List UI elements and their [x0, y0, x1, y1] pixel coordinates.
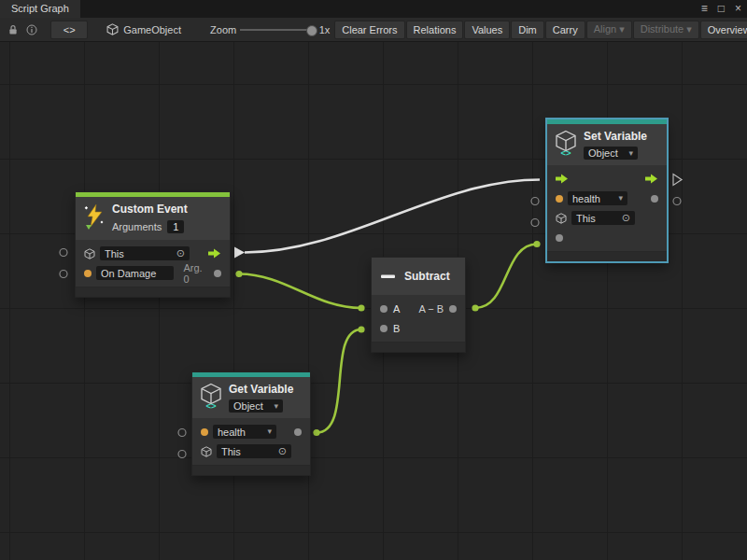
event-name-field[interactable]: On Damage [96, 266, 174, 280]
zoom-slider-handle[interactable] [306, 25, 317, 36]
input-b-port[interactable] [380, 325, 388, 332]
node-footer [76, 287, 230, 297]
target-picker-icon[interactable]: ⊙ [622, 213, 630, 223]
variable-cube-icon: <> [200, 382, 222, 410]
node-header: <> Get Variable Object ▾ [192, 377, 310, 418]
node-set-variable[interactable]: <> Set Variable Object ▾ health ▾ [546, 119, 668, 262]
lightning-icon [83, 202, 106, 231]
variable-kind-dropdown[interactable]: Object ▾ [229, 399, 283, 413]
node-title: Subtract [404, 269, 450, 284]
target-row: This ⊙ [76, 244, 230, 263]
node-header: <> Set Variable Object ▾ [547, 124, 667, 165]
unity-script-graph-window: { "window": { "tab_title": "Script Graph… [0, 0, 747, 560]
tab-bar: Script Graph ≡ □ × [0, 0, 747, 18]
chevron-down-icon: ▾ [628, 149, 633, 158]
edit-code-button[interactable]: <> [50, 21, 88, 39]
output-port[interactable] [449, 305, 457, 313]
node-get-variable[interactable]: <> Get Variable Object ▾ health ▾ [191, 371, 311, 476]
flow-in-arrow-icon[interactable] [556, 174, 569, 184]
toolbar-button-carry[interactable]: Carry [545, 21, 585, 39]
svg-text:<>: <> [560, 147, 571, 157]
minus-icon [379, 267, 398, 286]
flow-out-arrow-icon[interactable] [645, 174, 658, 184]
code-icon: <> [63, 24, 76, 35]
maximize-icon[interactable]: □ [718, 0, 725, 18]
target-object-field[interactable]: This ⊙ [571, 211, 635, 225]
name-port[interactable] [201, 428, 208, 436]
info-icon [26, 24, 37, 35]
target-row: This ⊙ [547, 208, 667, 228]
subtract-row-b: B [372, 318, 465, 338]
value-out-port[interactable] [294, 428, 302, 436]
variable-name-row: health ▾ [547, 189, 667, 208]
node-footer [372, 342, 465, 352]
node-title: Custom Event [112, 202, 188, 217]
event-name-row: On Damage Arg. 0 [76, 263, 230, 283]
target-object-field[interactable]: This ⊙ [217, 444, 291, 458]
arguments-label: Arguments [112, 221, 162, 232]
target-picker-icon[interactable]: ⊙ [278, 446, 287, 456]
tab-script-graph[interactable]: Script Graph [0, 0, 80, 18]
input-a-label: A [393, 303, 400, 315]
node-footer [547, 251, 667, 261]
target-object-field[interactable]: This ⊙ [100, 246, 190, 260]
target-row: This ⊙ [192, 441, 310, 461]
close-icon[interactable]: × [735, 0, 741, 18]
name-port[interactable] [556, 195, 563, 203]
zoom-slider[interactable] [240, 29, 315, 31]
gameobject-cube-icon [106, 23, 119, 35]
node-custom-event[interactable]: Custom Event Arguments 1 This ⊙ On Dama [75, 191, 231, 298]
node-title: Get Variable [229, 382, 293, 397]
chevron-down-icon: ▾ [267, 427, 272, 436]
lock-button[interactable] [4, 21, 22, 38]
input-b-label: B [393, 323, 400, 334]
arg0-port[interactable] [214, 270, 221, 277]
info-button[interactable] [22, 21, 41, 38]
input-a-port[interactable] [380, 305, 388, 313]
subtract-row-a: A A − B [372, 299, 465, 318]
node-title: Set Variable [584, 129, 647, 144]
chevron-down-icon: ▾ [618, 194, 623, 203]
name-port[interactable] [84, 270, 92, 277]
zoom-label: Zoom [210, 24, 236, 35]
flow-row [547, 169, 667, 189]
graph-toolbar: <> GameObject Zoom 1x Clear Errors Relat… [0, 18, 747, 42]
node-header: Custom Event Arguments 1 [76, 197, 230, 240]
cube-icon [201, 446, 212, 457]
toolbar-button-overview[interactable]: Overview [700, 21, 747, 39]
value-in-row [547, 228, 667, 247]
tab-title: Script Graph [11, 3, 69, 14]
value-in-port[interactable] [556, 234, 563, 242]
svg-text:<>: <> [205, 400, 217, 410]
node-header: Subtract [372, 258, 465, 295]
node-subtract[interactable]: Subtract A A − B B [371, 257, 466, 353]
window-controls: ≡ □ × [701, 0, 741, 18]
toolbar-button-distribute[interactable]: Distribute ▾ [633, 21, 699, 39]
variable-name-dropdown[interactable]: health ▾ [213, 425, 276, 439]
zoom-value: 1x [319, 24, 331, 35]
chevron-down-icon: ▾ [274, 402, 278, 411]
variable-kind-dropdown[interactable]: Object ▾ [584, 147, 638, 160]
lock-icon [7, 24, 19, 35]
toolbar-button-dim[interactable]: Dim [511, 21, 544, 39]
variable-cube-icon: <> [555, 129, 577, 157]
value-out-port[interactable] [651, 195, 658, 203]
arguments-input[interactable]: 1 [167, 220, 184, 233]
variable-name-dropdown[interactable]: health ▾ [568, 191, 627, 205]
toolbar-button-clear-errors[interactable]: Clear Errors [334, 21, 404, 39]
gameobject-label[interactable]: GameObject [123, 24, 181, 35]
variable-name-row: health ▾ [192, 422, 310, 441]
arg0-label: Arg. 0 [183, 262, 209, 285]
menu-icon[interactable]: ≡ [701, 0, 708, 18]
flow-out-arrow-icon[interactable] [208, 248, 221, 259]
cube-icon [84, 248, 95, 259]
toolbar-button-values[interactable]: Values [464, 21, 510, 39]
node-footer [192, 465, 310, 475]
toolbar-button-relations[interactable]: Relations [406, 21, 464, 39]
cube-icon [556, 213, 567, 224]
target-picker-icon[interactable]: ⊙ [176, 248, 185, 259]
output-label: A − B [418, 303, 444, 315]
toolbar-button-align[interactable]: Align ▾ [586, 21, 632, 39]
